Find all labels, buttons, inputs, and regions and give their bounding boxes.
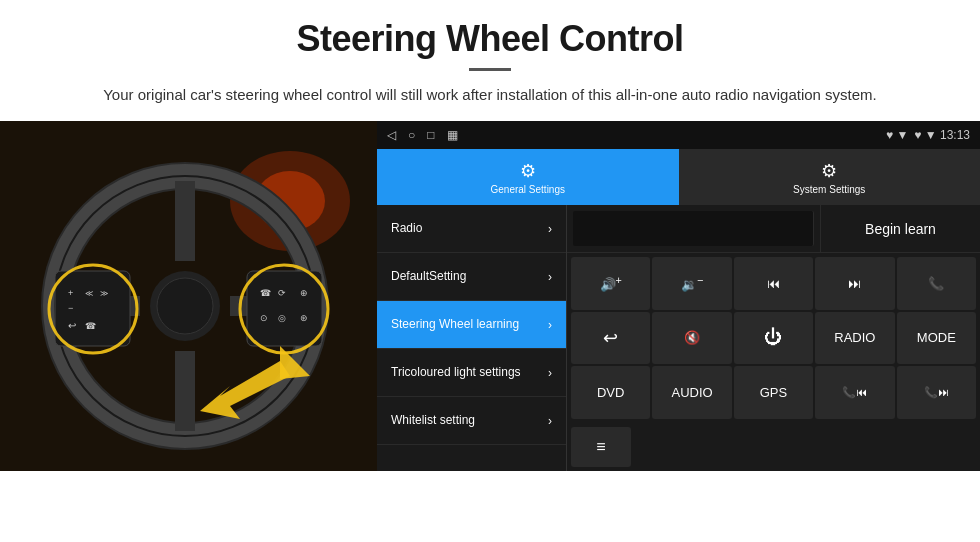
phone-icon: 📞 bbox=[928, 276, 944, 291]
call-next-icon: 📞⏭ bbox=[924, 386, 949, 399]
svg-rect-19 bbox=[247, 271, 322, 346]
general-settings-icon: ⚙ bbox=[520, 160, 536, 182]
vol-up-button[interactable]: 🔊+ bbox=[571, 257, 650, 310]
chevron-icon: › bbox=[548, 318, 552, 332]
begin-learn-row: Begin learn bbox=[567, 205, 980, 253]
title-divider bbox=[469, 68, 511, 71]
menu-item-tricoloured-label: Tricoloured light settings bbox=[391, 365, 521, 381]
audio-label: AUDIO bbox=[672, 385, 713, 400]
main-content: + − ≪ ≫ ↩ ☎ ☎ ⟳ ⊕ ⊙ ◎ ⊛ bbox=[0, 121, 980, 471]
prev-button[interactable]: ⏮ bbox=[734, 257, 813, 310]
svg-text:↩: ↩ bbox=[68, 320, 76, 331]
svg-text:≪: ≪ bbox=[85, 289, 93, 298]
power-icon: ⏻ bbox=[764, 327, 782, 348]
menu-item-whitelist[interactable]: Whitelist setting › bbox=[377, 397, 566, 445]
call-next-button[interactable]: 📞⏭ bbox=[897, 366, 976, 419]
next-icon: ⏭ bbox=[848, 276, 861, 291]
next-button[interactable]: ⏭ bbox=[815, 257, 894, 310]
svg-point-11 bbox=[157, 278, 213, 334]
header-section: Steering Wheel Control Your original car… bbox=[0, 0, 980, 121]
radio-button[interactable]: RADIO bbox=[815, 312, 894, 365]
svg-text:≫: ≫ bbox=[100, 289, 108, 298]
svg-text:◎: ◎ bbox=[278, 313, 286, 323]
hook-button[interactable]: ↩ bbox=[571, 312, 650, 365]
svg-text:⊙: ⊙ bbox=[260, 313, 268, 323]
power-button[interactable]: ⏻ bbox=[734, 312, 813, 365]
status-bar-nav: ◁ ○ □ ▦ bbox=[387, 128, 458, 142]
chevron-icon: › bbox=[548, 222, 552, 236]
extra-bottom-row: ≡ bbox=[567, 423, 980, 471]
recent-icon[interactable]: □ bbox=[427, 128, 434, 142]
tab-bar: ⚙ General Settings ⚙ System Settings bbox=[377, 149, 980, 205]
chevron-icon: › bbox=[548, 414, 552, 428]
vol-down-icon: 🔉− bbox=[681, 274, 703, 292]
gps-button[interactable]: GPS bbox=[734, 366, 813, 419]
clock: ♥ ▼ 13:13 bbox=[914, 128, 970, 142]
phone-button[interactable]: 📞 bbox=[897, 257, 976, 310]
tab-system-settings[interactable]: ⚙ System Settings bbox=[679, 149, 981, 205]
menu-item-whitelist-label: Whitelist setting bbox=[391, 413, 475, 429]
svg-text:−: − bbox=[68, 303, 73, 313]
svg-text:⟳: ⟳ bbox=[278, 288, 286, 298]
system-settings-icon: ⚙ bbox=[821, 160, 837, 182]
hook-icon: ↩ bbox=[603, 327, 618, 349]
svg-text:☎: ☎ bbox=[85, 321, 96, 331]
vol-down-button[interactable]: 🔉− bbox=[652, 257, 731, 310]
mode-label: MODE bbox=[917, 330, 956, 345]
menu-item-steering-wheel[interactable]: Steering Wheel learning › bbox=[377, 301, 566, 349]
page-title: Steering Wheel Control bbox=[60, 18, 920, 60]
signal-icon: ♥ ▼ bbox=[886, 128, 908, 142]
audio-button[interactable]: AUDIO bbox=[652, 366, 731, 419]
back-icon[interactable]: ◁ bbox=[387, 128, 396, 142]
android-ui-panel: ◁ ○ □ ▦ ♥ ▼ ♥ ▼ 13:13 ⚙ General Settings… bbox=[377, 121, 980, 471]
list-icon-button[interactable]: ≡ bbox=[571, 427, 631, 467]
mute-button[interactable]: 🔇 bbox=[652, 312, 731, 365]
system-settings-label: System Settings bbox=[793, 184, 865, 195]
dvd-label: DVD bbox=[597, 385, 624, 400]
chevron-icon: › bbox=[548, 366, 552, 380]
dvd-button[interactable]: DVD bbox=[571, 366, 650, 419]
menu-item-radio-label: Radio bbox=[391, 221, 422, 237]
menu-item-tricoloured[interactable]: Tricoloured light settings › bbox=[377, 349, 566, 397]
begin-learn-label: Begin learn bbox=[865, 221, 936, 237]
radio-label: RADIO bbox=[834, 330, 875, 345]
status-bar-info: ♥ ▼ ♥ ▼ 13:13 bbox=[886, 128, 970, 142]
prev-icon: ⏮ bbox=[767, 276, 780, 291]
mute-icon: 🔇 bbox=[684, 330, 700, 345]
call-prev-icon: 📞⏮ bbox=[842, 386, 867, 399]
call-prev-button[interactable]: 📞⏮ bbox=[815, 366, 894, 419]
vol-up-icon: 🔊+ bbox=[600, 274, 622, 292]
chevron-icon: › bbox=[548, 270, 552, 284]
control-grid: 🔊+ 🔉− ⏮ ⏭ 📞 ↩ bbox=[567, 253, 980, 423]
menu-item-default-label: DefaultSetting bbox=[391, 269, 466, 285]
begin-learn-button[interactable]: Begin learn bbox=[820, 205, 980, 252]
svg-rect-12 bbox=[55, 271, 130, 346]
list-icon: ≡ bbox=[596, 438, 605, 456]
menu-item-radio[interactable]: Radio › bbox=[377, 205, 566, 253]
svg-text:⊛: ⊛ bbox=[300, 313, 308, 323]
svg-text:+: + bbox=[68, 288, 73, 298]
status-bar: ◁ ○ □ ▦ ♥ ▼ ♥ ▼ 13:13 bbox=[377, 121, 980, 149]
svg-text:☎: ☎ bbox=[260, 288, 271, 298]
mode-button[interactable]: MODE bbox=[897, 312, 976, 365]
left-menu: Radio › DefaultSetting › Steering Wheel … bbox=[377, 205, 567, 471]
svg-text:⊕: ⊕ bbox=[300, 288, 308, 298]
learn-input-area[interactable] bbox=[573, 211, 814, 246]
steering-wheel-panel: + − ≪ ≫ ↩ ☎ ☎ ⟳ ⊕ ⊙ ◎ ⊛ bbox=[0, 121, 377, 471]
menu-icon[interactable]: ▦ bbox=[447, 128, 458, 142]
subtitle: Your original car's steering wheel contr… bbox=[60, 83, 920, 107]
menu-item-steering-label: Steering Wheel learning bbox=[391, 317, 519, 333]
home-icon[interactable]: ○ bbox=[408, 128, 415, 142]
menu-item-default-setting[interactable]: DefaultSetting › bbox=[377, 253, 566, 301]
right-controls: Begin learn 🔊+ 🔉− ⏮ ⏭ bbox=[567, 205, 980, 471]
content-area: Radio › DefaultSetting › Steering Wheel … bbox=[377, 205, 980, 471]
general-settings-label: General Settings bbox=[491, 184, 566, 195]
tab-general-settings[interactable]: ⚙ General Settings bbox=[377, 149, 679, 205]
gps-label: GPS bbox=[760, 385, 787, 400]
